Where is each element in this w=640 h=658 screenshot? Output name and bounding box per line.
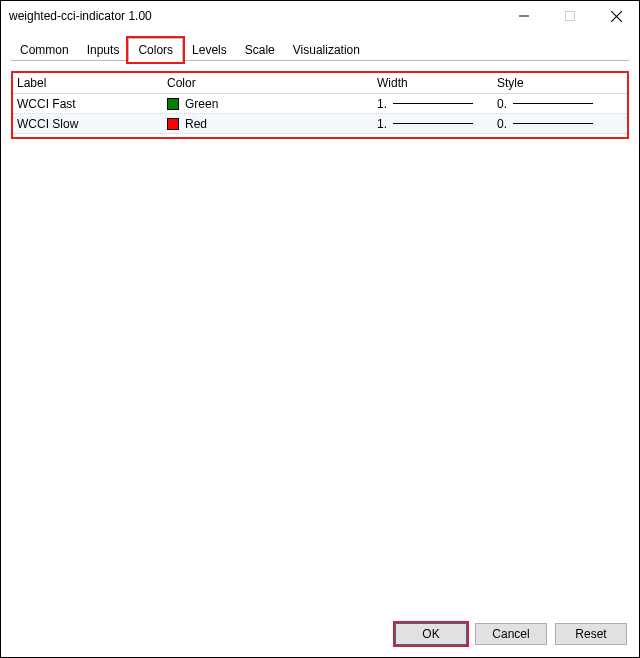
width-preview-line: [393, 103, 473, 104]
row-style-value: 0.: [497, 117, 507, 131]
minimize-button[interactable]: [501, 1, 547, 31]
maximize-button: [547, 1, 593, 31]
close-icon: [611, 11, 622, 22]
tab-bar: Common Inputs Colors Levels Scale Visual…: [1, 31, 639, 61]
tab-content: Label Color Width Style WCCI Fast Green …: [11, 61, 629, 607]
tab-common[interactable]: Common: [11, 39, 78, 61]
svg-rect-1: [566, 12, 575, 21]
row-style-cell[interactable]: 0.: [493, 97, 627, 111]
row-color-name: Green: [185, 97, 218, 111]
close-button[interactable]: [593, 1, 639, 31]
row-width-value: 1.: [377, 117, 387, 131]
row-style-cell[interactable]: 0.: [493, 117, 627, 131]
tab-visualization[interactable]: Visualization: [284, 39, 369, 61]
row-style-value: 0.: [497, 97, 507, 111]
color-swatch-green: [167, 98, 179, 110]
width-preview-line: [393, 123, 473, 124]
style-preview-line: [513, 123, 593, 124]
window-title: weighted-cci-indicator 1.00: [9, 9, 501, 23]
button-bar: OK Cancel Reset: [395, 623, 627, 645]
minimize-icon: [519, 11, 529, 21]
cancel-button[interactable]: Cancel: [475, 623, 547, 645]
header-width[interactable]: Width: [373, 76, 493, 90]
row-label: WCCI Slow: [13, 117, 163, 131]
maximize-icon: [565, 11, 575, 21]
tab-colors[interactable]: Colors: [128, 38, 183, 62]
tab-inputs[interactable]: Inputs: [78, 39, 129, 61]
reset-button[interactable]: Reset: [555, 623, 627, 645]
header-label[interactable]: Label: [13, 76, 163, 90]
row-label: WCCI Fast: [13, 97, 163, 111]
row-width-cell[interactable]: 1.: [373, 97, 493, 111]
style-preview-line: [513, 103, 593, 104]
tab-scale[interactable]: Scale: [236, 39, 284, 61]
row-color-cell[interactable]: Red: [163, 117, 373, 131]
color-swatch-red: [167, 118, 179, 130]
colors-grid: Label Color Width Style WCCI Fast Green …: [13, 73, 627, 134]
row-color-name: Red: [185, 117, 207, 131]
title-bar: weighted-cci-indicator 1.00: [1, 1, 639, 31]
header-color[interactable]: Color: [163, 76, 373, 90]
grid-row[interactable]: WCCI Slow Red 1. 0.: [13, 114, 627, 134]
grid-row[interactable]: WCCI Fast Green 1. 0.: [13, 94, 627, 114]
row-width-cell[interactable]: 1.: [373, 117, 493, 131]
ok-button[interactable]: OK: [395, 623, 467, 645]
grid-header: Label Color Width Style: [13, 73, 627, 94]
tab-levels[interactable]: Levels: [183, 39, 236, 61]
window-buttons: [501, 1, 639, 31]
row-color-cell[interactable]: Green: [163, 97, 373, 111]
row-width-value: 1.: [377, 97, 387, 111]
header-style[interactable]: Style: [493, 76, 627, 90]
